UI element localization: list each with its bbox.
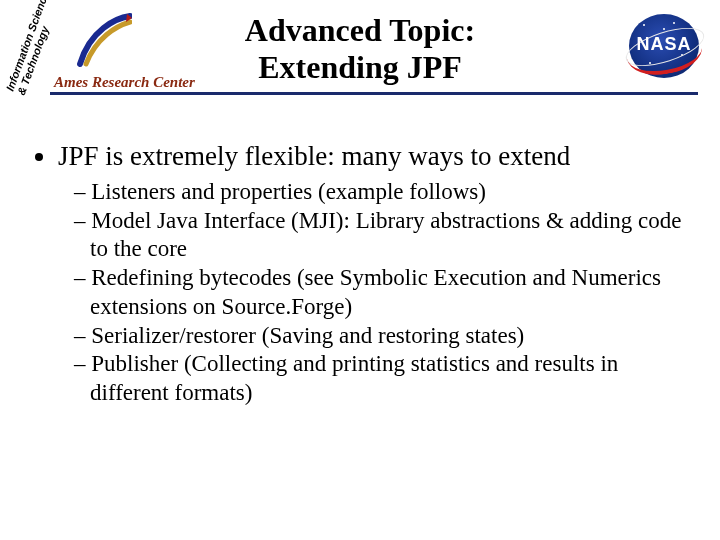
list-item: Redefining bytecodes (see Symbolic Execu… bbox=[72, 264, 696, 322]
sub-text: Serializer/restorer (Saving and restorin… bbox=[91, 323, 524, 348]
bullet-text: JPF is extremely flexible: many ways to … bbox=[58, 141, 570, 171]
sub-text: Redefining bytecodes (see Symbolic Execu… bbox=[90, 265, 661, 319]
sub-list: Listeners and properties (example follow… bbox=[58, 178, 696, 408]
list-item: Serializer/restorer (Saving and restorin… bbox=[72, 322, 696, 351]
title-line-1: Advanced Topic: bbox=[245, 12, 475, 48]
bullet-list: JPF is extremely flexible: many ways to … bbox=[30, 140, 696, 408]
list-item: Model Java Interface (MJI): Library abst… bbox=[72, 207, 696, 265]
list-item: Listeners and properties (example follow… bbox=[72, 178, 696, 207]
list-item: Publisher (Collecting and printing stati… bbox=[72, 350, 696, 408]
title-line-2: Extending JPF bbox=[258, 49, 462, 85]
header-divider bbox=[50, 92, 698, 95]
nasa-wordmark: NASA bbox=[626, 34, 702, 55]
slide-title: Advanced Topic: Extending JPF bbox=[0, 12, 720, 86]
sub-text: Model Java Interface (MJI): Library abst… bbox=[90, 208, 681, 262]
slide-header: Information Sciences & Technology Ames R… bbox=[0, 0, 720, 100]
slide-content: JPF is extremely flexible: many ways to … bbox=[30, 140, 696, 414]
sub-text: Publisher (Collecting and printing stati… bbox=[90, 351, 618, 405]
nasa-logo: NASA bbox=[626, 14, 702, 78]
sub-text: Listeners and properties (example follow… bbox=[91, 179, 486, 204]
list-item: JPF is extremely flexible: many ways to … bbox=[58, 140, 696, 408]
slide: Information Sciences & Technology Ames R… bbox=[0, 0, 720, 540]
